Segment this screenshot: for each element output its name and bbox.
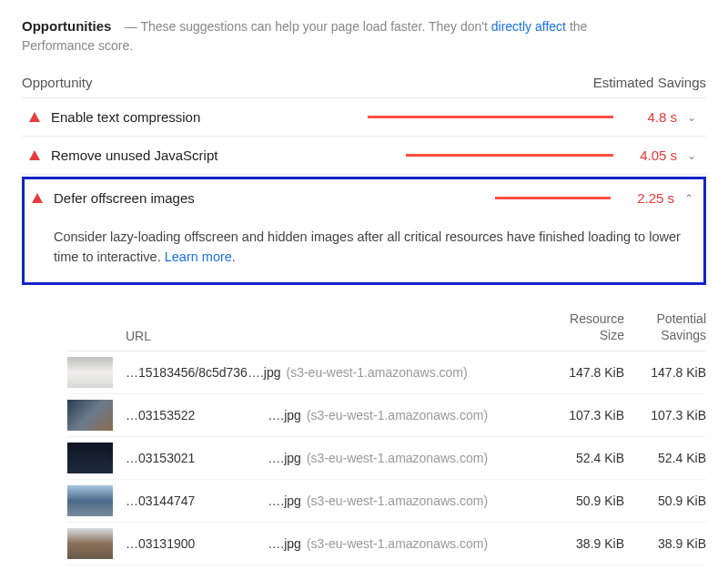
resource-savings: 107.3 KiB [624, 408, 706, 422]
savings-bar [368, 116, 613, 118]
resource-thumbnail [67, 528, 113, 559]
col-savings: Estimated Savings [593, 75, 706, 90]
resource-host: (s3-eu-west-1.amazonaws.com) [307, 408, 488, 422]
col-potential-savings: Potential Savings [624, 310, 706, 343]
opportunity-wrapper: Enable text compression4.8 s⌄ [22, 98, 706, 137]
resource-header: URL Resource Size Potential Savings [67, 303, 706, 351]
resource-table: URL Resource Size Potential Savings …151… [67, 303, 706, 565]
opportunity-highlighted: Defer offscreen images2.25 s⌃Consider la… [22, 177, 706, 285]
savings-bar-track [359, 116, 613, 118]
opportunity-name: Remove unused JavaScript [51, 148, 351, 163]
resource-size: 107.3 KiB [542, 408, 624, 422]
warning-triangle-icon [32, 193, 43, 203]
resource-thumbnail [67, 443, 113, 473]
savings-value: 4.8 s [632, 109, 677, 125]
opportunity-name: Defer offscreen images [54, 190, 349, 206]
savings-value: 2.25 s [629, 190, 674, 206]
resource-host: (s3-eu-west-1.amazonaws.com) [286, 365, 467, 380]
resource-row[interactable]: …03144747….jpg(s3-eu-west-1.amazonaws.co… [67, 480, 706, 523]
resource-thumbnail [67, 400, 113, 431]
resource-host: (s3-eu-west-1.amazonaws.com) [307, 536, 488, 551]
opportunity-description: Consider lazy-loading offscreen and hidd… [25, 217, 703, 282]
directly-affect-link[interactable]: directly affect [491, 19, 566, 34]
opportunity-row[interactable]: Defer offscreen images2.25 s⌃ [25, 179, 703, 217]
resource-url: …03131900….jpg(s3-eu-west-1.amazonaws.co… [118, 536, 542, 551]
resource-size: 50.9 KiB [542, 494, 624, 508]
section-description: — These suggestions can help your page l… [125, 19, 588, 34]
resource-size: 38.9 KiB [542, 536, 624, 551]
resource-savings: 50.9 KiB [624, 494, 706, 508]
col-opportunity: Opportunity [22, 75, 93, 90]
column-headers: Opportunity Estimated Savings [22, 69, 706, 98]
resource-url: …15183456/8c5d736….jpg(s3-eu-west-1.amaz… [118, 365, 542, 380]
chevron-down-icon[interactable]: ⌄ [684, 111, 699, 124]
savings-bar [406, 154, 613, 157]
opportunity-wrapper: Remove unused JavaScript4.05 s⌄ [22, 137, 706, 175]
resource-url: …03153021….jpg(s3-eu-west-1.amazonaws.co… [118, 451, 542, 465]
resource-thumbnail [67, 357, 113, 388]
resource-row[interactable]: …03131900….jpg(s3-eu-west-1.amazonaws.co… [67, 523, 706, 565]
resource-row[interactable]: …03153021….jpg(s3-eu-west-1.amazonaws.co… [67, 437, 706, 480]
resource-row[interactable]: …15183456/8c5d736….jpg(s3-eu-west-1.amaz… [67, 351, 706, 394]
opportunities-header: Opportunities — These suggestions can he… [22, 18, 706, 53]
savings-value: 4.05 s [632, 148, 677, 163]
warning-triangle-icon [29, 112, 40, 122]
opportunity-row[interactable]: Remove unused JavaScript4.05 s⌄ [22, 137, 706, 175]
resource-url: …03144747….jpg(s3-eu-west-1.amazonaws.co… [118, 494, 542, 508]
resource-savings: 52.4 KiB [624, 451, 706, 465]
chevron-down-icon[interactable]: ⌄ [684, 149, 699, 162]
resource-host: (s3-eu-west-1.amazonaws.com) [307, 494, 488, 508]
savings-bar-track [359, 154, 613, 157]
warning-triangle-icon [29, 150, 40, 160]
resource-url: …03153522….jpg(s3-eu-west-1.amazonaws.co… [118, 408, 542, 422]
opportunity-row[interactable]: Enable text compression4.8 s⌄ [22, 98, 706, 137]
chevron-up-icon[interactable]: ⌃ [682, 192, 696, 205]
resource-savings: 147.8 KiB [624, 365, 706, 380]
resource-row[interactable]: …03153522….jpg(s3-eu-west-1.amazonaws.co… [67, 394, 706, 437]
savings-bar [495, 197, 611, 199]
resource-size: 147.8 KiB [542, 365, 624, 380]
resource-savings: 38.9 KiB [624, 536, 706, 551]
resource-host: (s3-eu-west-1.amazonaws.com) [307, 451, 488, 465]
savings-bar-track [356, 197, 611, 199]
col-resource-size: Resource Size [542, 310, 624, 343]
opportunity-name: Enable text compression [51, 109, 351, 125]
learn-more-link[interactable]: Learn more [165, 249, 232, 264]
section-title: Opportunities [22, 18, 111, 34]
resource-thumbnail [67, 485, 113, 516]
col-url: URL [118, 329, 542, 343]
section-description-cont: Performance score. [22, 38, 706, 53]
resource-size: 52.4 KiB [542, 451, 624, 465]
